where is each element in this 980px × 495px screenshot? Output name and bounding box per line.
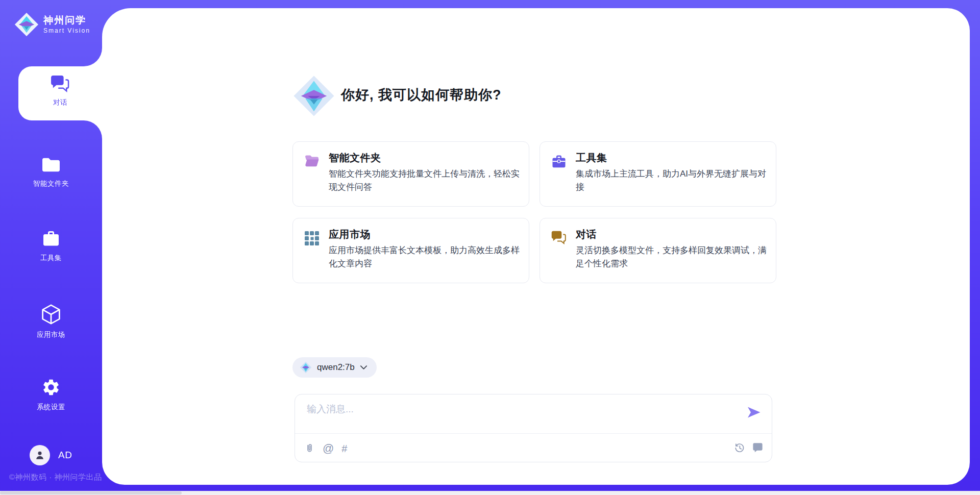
- sidebar-item-label: 智能文件夹: [0, 179, 102, 188]
- composer-divider: [295, 433, 772, 434]
- greeting-gem-icon: [292, 75, 335, 117]
- user-name: AD: [58, 450, 72, 461]
- message-composer: @ #: [295, 394, 772, 462]
- card-toolset[interactable]: 工具集 集成市场上主流工具，助力AI与外界无缝扩展与对接: [540, 141, 776, 207]
- sidebar-item-label: 工具集: [0, 254, 102, 263]
- chat-icon: [551, 231, 567, 244]
- brand-subtitle: Smart Vision: [43, 28, 90, 34]
- card-chat[interactable]: 对话 灵活切换多模型文件，支持多样回复效果调试，满足个性化需求: [540, 218, 776, 283]
- chevron-down-icon: [360, 365, 368, 370]
- card-title: 应用市场: [329, 228, 371, 241]
- folder-icon: [41, 156, 61, 174]
- hashtag-icon[interactable]: #: [341, 443, 347, 454]
- composer-tools-left: @ #: [304, 440, 347, 457]
- sidebar-top-block: 神州问学 Smart Vision: [0, 0, 102, 66]
- folder-open-icon: [304, 154, 320, 168]
- card-description: 灵活切换多模型文件，支持多样回复效果调试，满足个性化需求: [576, 244, 769, 270]
- send-icon: [746, 405, 762, 420]
- greeting-title: 你好, 我可以如何帮助你?: [341, 86, 502, 104]
- cube-icon: [41, 304, 61, 325]
- user-profile[interactable]: AD: [30, 445, 72, 465]
- brand-logo: 神州问学 Smart Vision: [14, 12, 90, 37]
- history-icon[interactable]: [734, 442, 745, 453]
- model-selector[interactable]: qwen2:7b: [292, 357, 377, 378]
- user-avatar-icon: [34, 450, 45, 461]
- sidebar-item-label: 应用市场: [0, 330, 102, 339]
- feature-cards: 智能文件夹 智能文件夹功能支持批量文件上传与清洗，轻松实现文件问答 工具集 集成…: [292, 141, 776, 283]
- sidebar-item-app-market[interactable]: 应用市场: [0, 304, 102, 339]
- brand-gem-icon: [14, 12, 39, 37]
- model-gem-icon: [300, 361, 312, 374]
- card-description: 应用市场提供丰富长文本模板，助力高效生成多样化文章内容: [329, 244, 522, 270]
- card-description: 集成市场上主流工具，助力AI与外界无缝扩展与对接: [576, 167, 769, 193]
- grid-icon: [304, 231, 320, 246]
- sidebar-item-chat[interactable]: 对话: [18, 66, 102, 120]
- sidebar-item-label: 对话: [18, 98, 102, 107]
- send-button[interactable]: [746, 405, 762, 420]
- card-app-market[interactable]: 应用市场 应用市场提供丰富长文本模板，助力高效生成多样化文章内容: [292, 218, 529, 283]
- horizontal-scrollbar[interactable]: [0, 491, 980, 495]
- composer-tools-right: [734, 441, 764, 453]
- message-input[interactable]: [306, 401, 724, 417]
- mention-icon[interactable]: @: [323, 443, 334, 454]
- gear-icon: [41, 378, 61, 397]
- card-description: 智能文件夹功能支持批量文件上传与清洗，轻松实现文件问答: [329, 167, 522, 193]
- scrollbar-thumb[interactable]: [0, 491, 182, 494]
- chat-icon: [51, 75, 70, 92]
- brand-name: 神州问学: [43, 15, 90, 25]
- avatar[interactable]: [30, 445, 50, 465]
- sidebar-item-toolset[interactable]: 工具集: [0, 230, 102, 263]
- sidebar-footer: ©神州数码 · 神州问学出品: [9, 473, 102, 482]
- card-title: 工具集: [576, 151, 607, 165]
- sidebar-item-label: 系统设置: [0, 403, 102, 412]
- sidebar-bottom-block: 智能文件夹 工具集 应用市场 系统设置: [0, 120, 102, 495]
- sidebar-left-strip: [0, 66, 18, 120]
- model-name: qwen2:7b: [317, 362, 355, 373]
- sidebar: 神州问学 Smart Vision 对话 智能文件夹 工具集: [0, 0, 102, 495]
- card-title: 对话: [576, 228, 597, 241]
- card-smart-folder[interactable]: 智能文件夹 智能文件夹功能支持批量文件上传与清洗，轻松实现文件问答: [292, 141, 529, 207]
- sidebar-item-settings[interactable]: 系统设置: [0, 378, 102, 412]
- briefcase-icon: [41, 230, 61, 248]
- paperclip-icon[interactable]: [304, 442, 315, 455]
- sidebar-item-smart-folder[interactable]: 智能文件夹: [0, 156, 102, 188]
- comment-icon[interactable]: [752, 441, 764, 453]
- briefcase-icon: [551, 154, 567, 169]
- card-title: 智能文件夹: [329, 151, 381, 165]
